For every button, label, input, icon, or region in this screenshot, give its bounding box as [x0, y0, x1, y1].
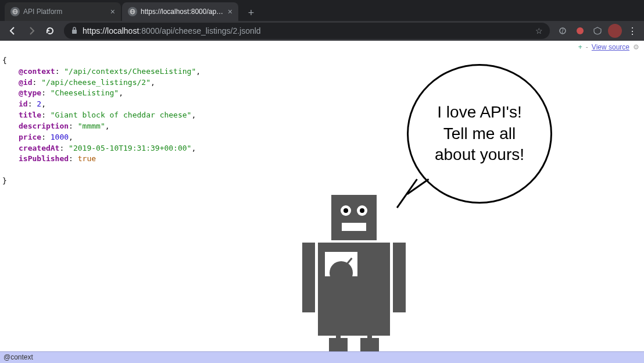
robot-eye: [357, 205, 367, 216]
profile-avatar[interactable]: [608, 24, 622, 38]
reload-button[interactable]: [42, 23, 58, 39]
tab-inactive[interactable]: API Platform ×: [5, 2, 121, 21]
json-value: "/api/cheese_listings/2": [41, 78, 151, 87]
json-value: "CheeseListing": [51, 88, 119, 97]
url-path: /api/cheese_listings/2.jsonld: [159, 26, 260, 35]
json-key: @type: [19, 88, 41, 97]
expand-all-button[interactable]: +: [578, 43, 582, 51]
json-value: 1000: [51, 133, 69, 141]
extension-icon[interactable]: [556, 24, 570, 38]
json-value: 2: [37, 99, 41, 108]
lock-icon: [71, 26, 78, 36]
close-icon[interactable]: ×: [110, 7, 115, 16]
json-key: description: [19, 122, 69, 130]
robot-panel: [325, 252, 357, 276]
browser-chrome: API Platform × https://localhost:8000/ap…: [0, 0, 644, 41]
status-bar: @context: [0, 351, 644, 363]
url-port: :8000: [139, 26, 159, 35]
json-key: title: [19, 111, 41, 119]
back-button[interactable]: [5, 23, 21, 39]
status-text: @context: [3, 353, 33, 361]
svg-rect-6: [72, 30, 77, 34]
robot-head: [331, 195, 377, 240]
tab-bar: API Platform × https://localhost:8000/ap…: [0, 0, 644, 21]
svg-point-8: [577, 27, 584, 34]
robot-arm: [302, 243, 315, 312]
star-icon[interactable]: ☆: [535, 26, 543, 35]
robot-eye: [341, 205, 351, 216]
json-value: "/api/contexts/CheeseListing": [64, 67, 196, 76]
speech-text: I love API's! Tell me all about yours!: [426, 102, 533, 165]
json-key: createdAt: [19, 144, 59, 152]
robot-arm: [393, 243, 406, 312]
view-source-link[interactable]: View source: [592, 43, 629, 51]
extension-icon[interactable]: [591, 24, 604, 38]
globe-icon: [10, 7, 20, 16]
toolbar: https://localhost:8000/api/cheese_listin…: [0, 21, 644, 41]
page-content: + - View source ⚙ { @context: "/api/cont…: [0, 41, 644, 363]
brace-close: }: [2, 176, 7, 185]
gear-icon[interactable]: ⚙: [633, 43, 639, 51]
json-value: "2019-05-10T19:31:39+00:00": [69, 144, 191, 152]
extension-icon[interactable]: [573, 24, 587, 38]
json-key: @id: [19, 78, 32, 87]
brace-open: {: [2, 56, 7, 65]
forward-button[interactable]: [23, 23, 40, 39]
close-icon[interactable]: ×: [228, 7, 232, 16]
address-bar[interactable]: https://localhost:8000/api/cheese_listin…: [64, 23, 550, 39]
robot-mouth: [342, 223, 366, 231]
menu-button[interactable]: ⋮: [625, 24, 639, 38]
tab-title: https://localhost:8000/api/che: [141, 8, 224, 16]
json-viewer-controls: + - View source ⚙: [578, 43, 639, 51]
json-value: "mmmm": [78, 122, 105, 130]
json-value: true: [78, 154, 96, 163]
url-host: https://localhost: [83, 26, 139, 35]
new-tab-button[interactable]: +: [243, 5, 259, 21]
json-key: price: [19, 133, 41, 141]
tab-active[interactable]: https://localhost:8000/api/che ×: [122, 2, 238, 21]
speech-bubble: I love API's! Tell me all about yours!: [407, 64, 552, 204]
json-key: isPublished: [19, 154, 69, 163]
robot-body: [318, 243, 390, 336]
url-text: https://localhost:8000/api/cheese_listin…: [83, 26, 531, 35]
toolbar-icons: ⋮: [556, 24, 639, 38]
json-key: id: [19, 99, 28, 108]
collapse-all-button[interactable]: -: [586, 43, 588, 51]
json-key: @context: [19, 67, 55, 76]
tab-title: API Platform: [23, 8, 107, 16]
json-value: "Giant block of cheddar cheese": [51, 111, 192, 119]
globe-icon: [128, 7, 137, 16]
robot-illustration: I love API's! Tell me all about yours!: [302, 64, 644, 363]
